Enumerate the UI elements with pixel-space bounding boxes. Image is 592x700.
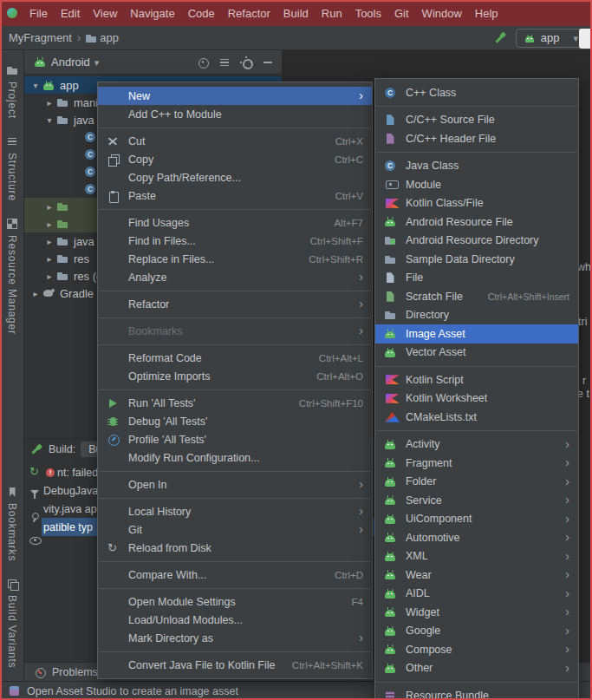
new-submenu-item-kotlin-script[interactable]: Kotlin Script	[375, 370, 578, 389]
new-submenu-item-xml[interactable]: XML	[375, 547, 578, 566]
titlebar-menu-window[interactable]: Window	[416, 4, 468, 23]
new-submenu-item-aidl[interactable]: AIDL	[375, 585, 578, 604]
pin-icon[interactable]	[28, 510, 42, 524]
titlebar-menu-run[interactable]: Run	[316, 4, 348, 23]
context-menu-item-refactor[interactable]: Refactor	[98, 295, 372, 313]
new-submenu-item-kotlin-class-file[interactable]: Kotlin Class/File	[375, 194, 578, 213]
new-submenu-item-uicomponent[interactable]: UiComponent	[375, 510, 578, 529]
new-submenu-item-android-resource-file[interactable]: Android Resource File	[375, 213, 578, 232]
new-submenu-item-automotive[interactable]: Automotive	[375, 528, 578, 547]
titlebar-menu-help[interactable]: Help	[469, 4, 504, 23]
new-submenu-item-folder[interactable]: Folder	[375, 473, 578, 492]
new-submenu-item-c-class[interactable]: C++ Class	[375, 83, 578, 102]
new-submenu-item-kotlin-worksheet[interactable]: Kotlin Worksheet	[375, 389, 578, 409]
new-submenu-item-android-resource-directory[interactable]: Android Resource Directory	[375, 232, 578, 251]
stripe-button-resource-manager[interactable]: Resource Manager	[5, 217, 19, 335]
context-menu-item-load-unload-modules[interactable]: Load/Unload Modules...	[98, 611, 372, 629]
new-submenu-item-directory[interactable]: Directory	[375, 306, 578, 325]
stripe-button-build-variants[interactable]: Build Variants	[5, 577, 19, 668]
new-submenu-item-c-c-source-file[interactable]: C/C++ Source File	[375, 111, 578, 130]
context-menu-item-replace-in-files[interactable]: Replace in Files... Ctrl+Shift+R	[98, 250, 372, 268]
context-menu-item-compare-with[interactable]: Compare With... Ctrl+D	[98, 566, 372, 584]
titlebar-menu-refactor[interactable]: Refactor	[222, 4, 276, 23]
tree-expander[interactable]: ▸	[43, 219, 55, 229]
titlebar-menu-git[interactable]: Git	[388, 4, 415, 23]
context-menu-item-cut[interactable]: Cut Ctrl+X	[98, 132, 372, 150]
context-menu-item-debug-all-tests[interactable]: Debug 'All Tests'	[98, 412, 372, 430]
context-menu-item-modify-run-configuration[interactable]: Modify Run Configuration...	[98, 448, 372, 467]
context-menu-item-find-usages[interactable]: Find Usages Alt+F7	[98, 213, 372, 232]
context-menu-item-profile-all-tests[interactable]: Profile 'All Tests'	[98, 430, 372, 448]
new-submenu-item-scratch-file[interactable]: Scratch File Ctrl+Alt+Shift+Insert	[375, 287, 578, 306]
titlebar-menu-tools[interactable]: Tools	[349, 4, 387, 23]
new-submenu-item-activity[interactable]: Activity	[375, 435, 578, 455]
tree-expander[interactable]: ▸	[43, 98, 55, 108]
context-menu-item-git[interactable]: Git	[98, 520, 372, 539]
new-submenu-item-cmakelists-txt[interactable]: CMakeLists.txt	[375, 408, 578, 427]
stripe-button-structure[interactable]: Structure	[5, 134, 19, 201]
new-submenu-item-widget[interactable]: Widget	[375, 603, 578, 622]
tree-expander[interactable]: ▸	[43, 202, 55, 212]
context-menu-item-mark-directory-as[interactable]: Mark Directory as	[98, 629, 372, 647]
new-submenu-item-sample-data-directory[interactable]: Sample Data Directory	[375, 250, 578, 269]
context-menu-item-open-module-settings[interactable]: Open Module Settings F4	[98, 592, 372, 611]
context-menu-item-copy-path-reference[interactable]: Copy Path/Reference...	[98, 168, 372, 186]
tree-expander[interactable]: ▾	[29, 81, 42, 90]
hide-panel-icon[interactable]	[261, 56, 275, 69]
context-menu-item-local-history[interactable]: Local History	[98, 502, 372, 520]
context-menu-item-optimize-imports[interactable]: Optimize Imports Ctrl+Alt+O	[98, 367, 372, 385]
stripe-button-project[interactable]: Project	[5, 63, 19, 119]
filter-icon[interactable]	[28, 487, 42, 501]
gear-icon[interactable]	[239, 56, 253, 69]
context-menu-item-add-c-to-module[interactable]: Add C++ to Module	[98, 105, 372, 123]
eye-icon[interactable]	[28, 533, 42, 546]
context-menu-item-paste[interactable]: Paste Ctrl+V	[98, 186, 372, 205]
new-submenu-item-other[interactable]: Other	[375, 659, 578, 678]
new-submenu-item-vector-asset[interactable]: Vector Asset	[375, 343, 578, 363]
context-menu-item-copy[interactable]: Copy Ctrl+C	[98, 150, 372, 168]
context-menu-item-reformat-code[interactable]: Reformat Code Ctrl+Alt+L	[98, 349, 372, 367]
titlebar-menu-navigate[interactable]: Navigate	[124, 4, 180, 23]
project-view-selector[interactable]: Android	[51, 56, 90, 69]
new-submenu-item-java-class[interactable]: Java Class	[375, 157, 578, 176]
new-submenu-item-google[interactable]: Google	[375, 622, 578, 641]
rerun-build-icon[interactable]	[28, 465, 42, 479]
stripe-button-bookmarks[interactable]: Bookmarks	[5, 485, 19, 561]
context-menu-item-run-all-tests[interactable]: Run 'All Tests' Ctrl+Shift+F10	[98, 394, 372, 412]
context-menu-item-open-in[interactable]: Open In	[98, 475, 372, 494]
tree-expander[interactable]: ▸	[43, 254, 55, 264]
context-menu-item-reload-from-disk[interactable]: Reload from Disk	[98, 539, 372, 557]
build-hammer-icon[interactable]	[493, 31, 507, 45]
context-menu-item-new[interactable]: New	[98, 87, 372, 105]
new-submenu-item-image-asset[interactable]: Image Asset	[375, 324, 578, 343]
new-submenu-item-compose[interactable]: Compose	[375, 640, 578, 659]
locate-file-icon[interactable]	[196, 56, 210, 69]
menu-separator	[99, 651, 371, 652]
titlebar-menu-build[interactable]: Build	[277, 4, 315, 23]
new-submenu-item-file[interactable]: File	[375, 269, 578, 288]
new-submenu-item-wear[interactable]: Wear	[375, 566, 578, 585]
titlebar-menu-view[interactable]: View	[87, 4, 123, 23]
tree-expander[interactable]: ▸	[43, 271, 55, 281]
new-submenu-item-fragment[interactable]: Fragment	[375, 454, 578, 473]
context-menu-item-bookmarks[interactable]: Bookmarks	[98, 322, 372, 340]
titlebar-menu-code[interactable]: Code	[182, 4, 221, 23]
new-submenu-item-resource-bundle[interactable]: Resource Bundle	[375, 686, 578, 700]
context-menu-item-find-in-files[interactable]: Find in Files... Ctrl+Shift+F	[98, 232, 372, 250]
new-submenu-item-c-c-header-file[interactable]: C/C++ Header File	[375, 129, 578, 148]
collapse-all-icon[interactable]	[218, 56, 231, 69]
tree-expander[interactable]: ▸	[43, 237, 55, 246]
titlebar-menu-file[interactable]: File	[23, 4, 54, 23]
context-menu-item-convert-java-file-to-kotlin-file[interactable]: Convert Java File to Kotlin File Ctrl+Al…	[98, 656, 372, 674]
breadcrumb-project[interactable]: MyFragment	[7, 31, 74, 44]
new-submenu-item-service[interactable]: Service	[375, 491, 578, 510]
breadcrumb-module[interactable]: app	[98, 31, 120, 44]
tree-expander[interactable]: ▾	[43, 115, 55, 125]
submenu-arrow-icon	[355, 478, 363, 491]
tree-expander[interactable]: ▸	[29, 289, 42, 298]
android-icon	[383, 586, 401, 600]
titlebar-menu-edit[interactable]: Edit	[55, 4, 86, 23]
new-submenu-item-module[interactable]: Module	[375, 175, 578, 194]
context-menu-item-analyze[interactable]: Analyze	[98, 268, 372, 286]
run-configuration-select[interactable]: app	[516, 29, 585, 48]
